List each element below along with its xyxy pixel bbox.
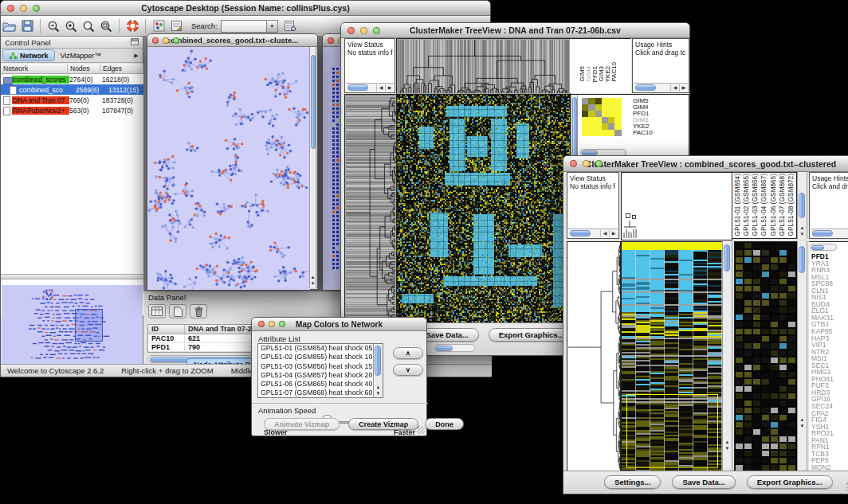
heatmap-vscrollbar[interactable]: ▲▼ (722, 241, 732, 472)
treeview-button[interactable]: Export Graphics... (747, 475, 833, 489)
network-table-row[interactable]: combined_sco 2569(6) 13112(15) (1, 84, 143, 95)
column-dendrogram[interactable] (621, 172, 732, 240)
row-dendrogram[interactable] (344, 94, 397, 326)
search-options-icon[interactable] (281, 18, 299, 34)
column-dendrogram[interactable] (396, 38, 571, 95)
network-table-row[interactable]: DNA and Tran 07 769(0) 183728(0) (1, 95, 143, 105)
main-titlebar[interactable]: Cytoscape Desktop (Session Name: collins… (1, 1, 490, 16)
gene-labels: PFD1YRA1RNR4MSL1SPC98CLN1NIS1BUD4ELG1MAK… (811, 253, 834, 471)
row-label[interactable]: PAC10 (633, 130, 653, 136)
search-input[interactable] (221, 20, 267, 33)
control-panel: Control Panel Network VizMapper™ ▶ Netwo… (1, 37, 143, 365)
panel-splitter[interactable] (1, 274, 143, 279)
close-icon[interactable] (258, 321, 265, 327)
usage-hints-hscrollbar[interactable]: ◀▶ (811, 229, 848, 237)
network-vscrollbar[interactable]: ▲▼ (309, 47, 316, 288)
column-labels: GPL51-01 (GSM854)GPL51-02 (GSM855)GPL51-… (732, 172, 797, 239)
zoom-window-icon[interactable] (173, 37, 179, 44)
float-panel-icon[interactable] (131, 38, 139, 47)
tab-overflow-arrow[interactable]: ▶ (132, 53, 141, 59)
attribute-item[interactable]: GPL51-06 (GSM865) heat shock 40 min (258, 380, 383, 389)
new-attribute-icon[interactable] (169, 304, 186, 318)
minimize-icon[interactable] (20, 5, 27, 12)
open-session-icon[interactable] (1, 18, 18, 34)
zoom-in-icon[interactable] (62, 18, 80, 34)
treeview-front-buttonbar: Settings...Save Data...Export Graphics..… (563, 471, 848, 494)
usage-hints-panel: Usage Hints Click and drag tc ◀▶ (809, 172, 848, 239)
row-labels: GIM5GIM4PFD1GIM3YKE2PAC10 (633, 98, 653, 137)
zoom-view[interactable] (734, 241, 798, 472)
move-up-button[interactable]: ∧ (393, 347, 423, 359)
help-lifering-icon[interactable] (124, 18, 141, 34)
map-colors-dialog: Map Colors to Network Attribute List GPL… (251, 317, 427, 436)
heatmap-matrix[interactable] (396, 94, 571, 326)
column-label[interactable]: GPL51-06 (GSM865) (770, 174, 779, 236)
usage-hints-title: Usage Hints (633, 39, 689, 49)
close-icon[interactable] (570, 160, 577, 167)
zoom-window-icon[interactable] (595, 160, 603, 167)
bottom-hscrollbar[interactable] (434, 344, 475, 352)
annotation-icon[interactable] (167, 18, 185, 34)
done-button[interactable]: Done (425, 418, 464, 430)
close-icon[interactable] (347, 27, 355, 34)
view-status-text: No status info f (567, 182, 618, 190)
minimize-icon[interactable] (583, 160, 590, 167)
minimize-icon[interactable] (269, 321, 275, 327)
zoom-fit-icon[interactable] (80, 18, 97, 34)
network-table-row[interactable]: combined_scores 2764(0) 16218(0) (1, 74, 143, 84)
birdseye-view[interactable] (2, 285, 143, 365)
close-icon[interactable] (328, 37, 334, 44)
treeview-button[interactable]: Export Graphics... (489, 328, 575, 342)
create-vizmap-button[interactable]: Create Vizmap (348, 418, 418, 430)
delete-attribute-icon[interactable] (190, 304, 207, 318)
col-id[interactable]: ID (148, 325, 185, 334)
usage-hints-hscrollbar[interactable]: ◀▶ (634, 83, 688, 92)
heatmap-matrix[interactable] (621, 241, 723, 472)
attribute-item[interactable]: GPL51-02 (GSM855) heat shock 10 min (258, 353, 383, 361)
column-label[interactable]: GPL51-04 (GSM857) (760, 174, 769, 236)
zoom-out-icon[interactable] (45, 18, 62, 34)
attribute-item[interactable]: GPL51-03 (GSM856) heat shock 15 min (258, 362, 383, 371)
zoom-selected-icon[interactable] (97, 18, 115, 34)
attribute-list-vscrollbar[interactable]: ▲▼ (373, 344, 383, 397)
vizmapper-toolbar-icon[interactable] (150, 18, 167, 34)
move-down-button[interactable]: ∨ (393, 364, 423, 376)
view-status-title: View Status (567, 173, 618, 182)
minimize-icon[interactable] (163, 37, 169, 44)
similarity-matrix[interactable] (582, 98, 622, 136)
view-status-hscrollbar[interactable]: ◀▶ (346, 83, 394, 92)
network-file-icon (2, 107, 12, 115)
attribute-item[interactable]: GPL51-07 (GSM868) heat shock 60 min (258, 389, 383, 397)
zoom-window-icon[interactable] (279, 321, 285, 327)
column-label[interactable]: PAC10 (611, 62, 618, 82)
view-status-hscrollbar[interactable]: ◀▶ (568, 229, 618, 237)
network-view-canvas[interactable] (147, 47, 310, 290)
animate-vizmap-button[interactable]: Animate Vizmap (264, 418, 340, 430)
attribute-item[interactable]: GPL51-04 (GSM857) heat shock 20 min (258, 371, 383, 380)
zoom-window-icon[interactable] (373, 27, 380, 34)
close-icon[interactable] (152, 37, 159, 44)
gene-label-hscrollbar[interactable] (810, 244, 837, 251)
column-labels-vscrollbar[interactable]: ▲▼ (797, 172, 807, 239)
zoom-window-icon[interactable] (33, 5, 40, 12)
network-table-row[interactable]: RNAPuberNov2+ 563(0) 107847(0) (1, 105, 143, 115)
tab-network[interactable]: Network (2, 49, 55, 61)
treeview-button[interactable]: Save Data... (672, 475, 735, 489)
search-label: Search: (191, 21, 218, 30)
minimize-icon[interactable] (360, 27, 367, 34)
row-dendrogram[interactable] (567, 241, 621, 472)
gene-list-vscrollbar[interactable]: ▲▼ (797, 241, 807, 472)
resize-grip[interactable] (417, 426, 425, 434)
treeview-button[interactable]: Settings... (604, 475, 661, 489)
save-session-icon[interactable] (18, 18, 36, 34)
col-nodes[interactable]: Nodes (68, 64, 100, 73)
col-network[interactable]: Network (1, 64, 68, 73)
close-icon[interactable] (7, 5, 14, 12)
col-edges[interactable]: Edges (100, 64, 143, 73)
tab-vizmapper[interactable]: VizMapper™ (55, 49, 108, 61)
attribute-table-icon[interactable] (148, 304, 166, 318)
column-label[interactable]: GPL51-08 (GSM872) (787, 174, 796, 236)
attribute-item[interactable]: GPL51-01 (GSM854) heat shock 05 min (258, 344, 383, 353)
status-hint-zoom: Right-click + drag to ZOOM (121, 366, 213, 375)
search-dropdown-icon[interactable]: ▼ (267, 20, 278, 33)
